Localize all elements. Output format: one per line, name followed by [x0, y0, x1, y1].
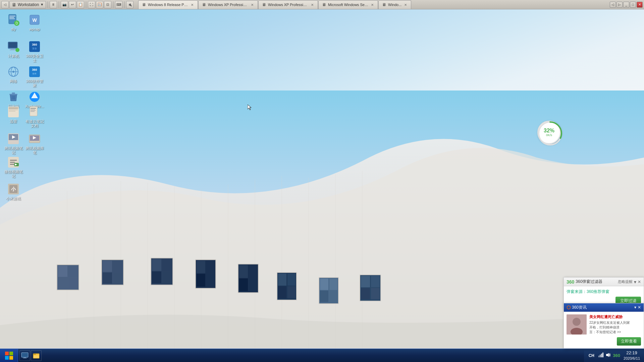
popup-ignore-btn[interactable]: 忽略提醒 — [618, 279, 633, 284]
minimize-btn[interactable]: _ — [623, 2, 629, 8]
desktop-icon-12[interactable]: 微信视频笔记 — [2, 154, 25, 180]
snapshot-btn[interactable]: 📷 — [61, 1, 68, 8]
svg-rect-121 — [33, 354, 36, 355]
popup-news-actions: ▾ ✕ — [634, 305, 641, 310]
prev-tab-btn[interactable]: ◁ — [610, 2, 616, 8]
svg-text:软件: 软件 — [33, 73, 37, 75]
separator-2 — [59, 1, 59, 8]
desktop-icon-9[interactable]: 有道云笔记文档 — [23, 104, 46, 129]
tab-item-2[interactable]: 🖥 Windows XP Professional 2 ✕ — [258, 0, 318, 9]
usb-btn[interactable]: 🔌 — [126, 1, 133, 8]
tab-label-2: Windows XP Professional 2 — [268, 3, 308, 7]
autofit-btn[interactable]: ⊡ — [104, 1, 111, 8]
popup-filter-collapse[interactable]: ▾ — [634, 279, 636, 285]
popup-news-close[interactable]: ✕ — [638, 305, 641, 310]
start-button[interactable] — [0, 349, 18, 362]
desktop-icon-10[interactable]: 腾讯视频笔记 — [2, 131, 25, 156]
icon-image-9 — [28, 105, 41, 119]
svg-rect-37 — [249, 279, 257, 291]
svg-rect-19 — [103, 261, 112, 272]
icon-label-8: 迅雷 — [10, 119, 17, 124]
desktop-icon-11[interactable]: 腾讯视频库笔 — [23, 131, 46, 156]
desktop-icon-13[interactable]: 小 小米游戏 — [2, 181, 25, 202]
icon-image-11 — [28, 132, 41, 145]
taskbar-explorer-icon[interactable] — [31, 350, 42, 361]
tab-close-4[interactable]: ✕ — [404, 3, 408, 7]
popup-filter-close[interactable]: ✕ — [638, 280, 641, 284]
svg-rect-41 — [278, 286, 286, 298]
svg-rect-56 — [9, 18, 15, 19]
desktop-icon-2[interactable]: 计算机 — [2, 39, 25, 60]
popup-news-header: ⬡ 360资讯 ▾ ✕ — [564, 303, 644, 312]
network-tray-icon[interactable] — [598, 352, 603, 359]
language-indicator[interactable]: CH — [587, 351, 596, 360]
icon-image-7 — [28, 90, 41, 104]
svg-rect-52 — [371, 288, 380, 299]
desktop-icon-5[interactable]: 360软件 360软件管家 — [23, 64, 46, 89]
svg-rect-39 — [278, 274, 286, 286]
desktop-icon-4[interactable]: 网络 — [2, 64, 25, 85]
tab-close-2[interactable]: ✕ — [310, 3, 314, 7]
toolbar-left: ◁ 🖥 Workstation ▼ ⏸ 📷 ↩ 📋 ⛶ 🪟 — [0, 1, 135, 8]
desktop: ◁ 🖥 Workstation ▼ ⏸ 📷 ↩ 📋 ⛶ 🪟 — [0, 0, 644, 362]
svg-rect-123 — [598, 356, 599, 357]
360-tray-icon[interactable]: 360 — [613, 353, 620, 358]
svg-rect-17 — [69, 278, 78, 289]
news-image — [567, 314, 587, 335]
svg-rect-32 — [206, 274, 215, 287]
tab-close-3[interactable]: ✕ — [370, 3, 374, 7]
snapshot-mgr-btn[interactable]: 📋 — [77, 1, 84, 8]
popup-360-news: ⬡ 360资讯 ▾ ✕ 美女网红遭死亡威胁 22岁女网红友友近被人到家开枪，打到… — [564, 303, 644, 349]
desktop-icon-3[interactable]: 360安全 360安全卫士 — [23, 39, 46, 64]
percent-circle[interactable]: 32% 0K/s — [537, 121, 561, 144]
svg-rect-49 — [361, 276, 370, 287]
tab-item-0[interactable]: 🖥 Windows 8 Release Preview ... ✕ — [138, 0, 198, 9]
svg-rect-51 — [361, 288, 370, 299]
desktop-icon-1[interactable]: W wpcap — [23, 12, 46, 33]
cad-btn[interactable]: ⌨ — [115, 1, 122, 8]
svg-rect-45 — [329, 279, 337, 290]
tab-item-3[interactable]: 🖥 Microsoft Windows Server 20... ✕ — [318, 0, 378, 9]
tab-icon-2: 🖥 — [262, 2, 266, 7]
clock-area[interactable]: 22:19 2020/6/11 — [622, 350, 641, 361]
vm-selector[interactable]: 🖥 Workstation ▼ — [9, 1, 46, 8]
svg-rect-85 — [9, 109, 18, 110]
taskbar-computer-icon[interactable] — [19, 350, 30, 361]
desktop-icon-0[interactable]: D diy — [2, 12, 25, 33]
svg-rect-47 — [329, 291, 337, 302]
svg-rect-21 — [103, 273, 112, 284]
nav-back-btn[interactable]: ◁ — [1, 1, 9, 8]
revert-btn[interactable]: ↩ — [69, 1, 76, 8]
maximize-btn[interactable]: □ — [630, 2, 636, 8]
tab-label-4: Windo... — [388, 3, 401, 7]
svg-rect-25 — [163, 259, 172, 271]
svg-rect-16 — [58, 278, 67, 289]
tab-close-0[interactable]: ✕ — [190, 3, 194, 7]
popup-news-collapse[interactable]: ▾ — [634, 305, 636, 310]
svg-rect-40 — [287, 274, 296, 286]
tab-item-1[interactable]: 🖥 Windows XP Professional ✕ — [198, 0, 258, 9]
svg-rect-63 — [11, 49, 15, 50]
taskbar: CH 360 — [0, 349, 644, 362]
svg-rect-46 — [320, 291, 328, 302]
svg-rect-22 — [113, 273, 122, 284]
svg-rect-62 — [8, 42, 17, 48]
tab-item-4[interactable]: 🖥 Windo... ✕ — [378, 0, 411, 9]
close-btn[interactable]: ✕ — [637, 2, 643, 8]
unity-btn[interactable]: 🪟 — [96, 1, 103, 8]
news-title[interactable]: 美女网红遭死亡威胁 — [589, 314, 630, 319]
popup-source-name[interactable]: 360推荐弹窗 — [587, 289, 609, 294]
next-tab-btn[interactable]: ▷ — [616, 2, 623, 8]
pause-btn[interactable]: ⏸ — [50, 1, 57, 8]
volume-tray-icon[interactable] — [605, 352, 611, 359]
fullscreen-btn[interactable]: ⛶ — [88, 1, 95, 8]
popup-news-button[interactable]: 立即查看 — [617, 337, 641, 346]
svg-point-110 — [573, 318, 581, 326]
svg-rect-118 — [23, 357, 26, 358]
svg-rect-14 — [58, 266, 67, 277]
svg-rect-122 — [34, 355, 39, 358]
svg-rect-117 — [22, 353, 28, 357]
tab-close-1[interactable]: ✕ — [250, 3, 254, 7]
desktop-icon-8[interactable]: 迅雷 — [2, 104, 25, 125]
svg-rect-15 — [69, 266, 78, 277]
